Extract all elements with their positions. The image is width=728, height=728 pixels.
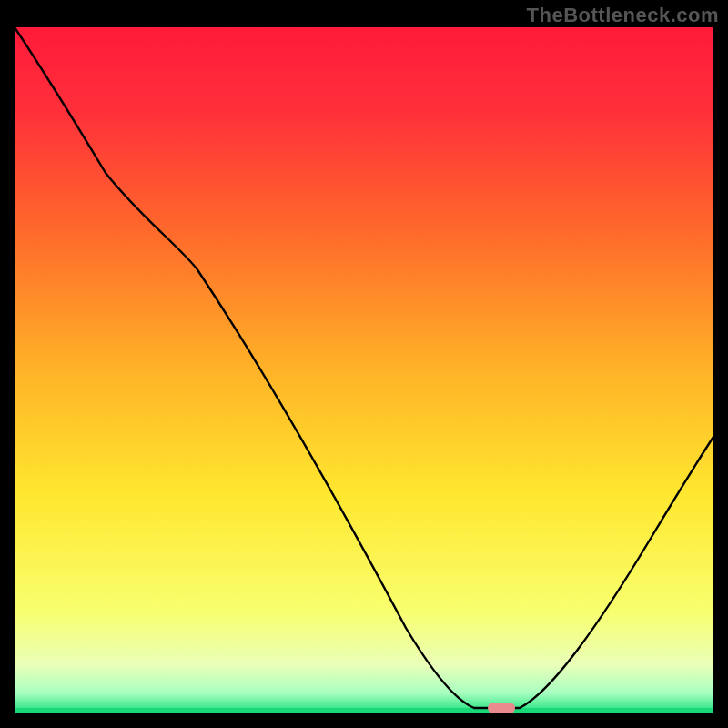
chart-svg xyxy=(15,27,713,713)
plot-area xyxy=(15,27,713,713)
optimal-marker xyxy=(488,703,515,713)
baseline-band xyxy=(15,708,713,713)
watermark-text: TheBottleneck.com xyxy=(527,4,719,27)
gradient-background xyxy=(15,27,713,713)
chart-frame: TheBottleneck.com xyxy=(0,0,728,728)
